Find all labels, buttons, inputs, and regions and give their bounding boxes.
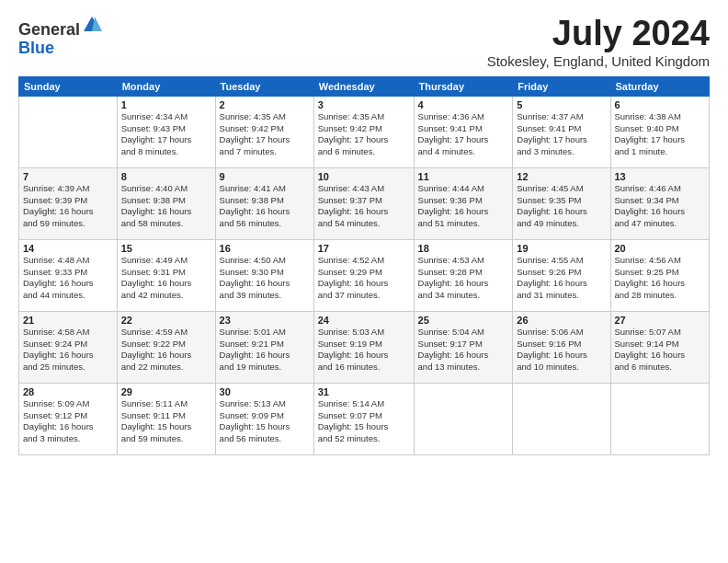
calendar-cell: 2Sunrise: 4:35 AMSunset: 9:42 PMDaylight… bbox=[215, 96, 313, 167]
day-info: Sunrise: 4:52 AMSunset: 9:29 PMDaylight:… bbox=[318, 255, 410, 302]
svg-marker-1 bbox=[92, 17, 102, 31]
col-monday: Monday bbox=[117, 76, 215, 96]
day-info: Sunrise: 5:11 AMSunset: 9:11 PMDaylight:… bbox=[121, 398, 211, 445]
day-info: Sunrise: 4:40 AMSunset: 9:38 PMDaylight:… bbox=[121, 183, 211, 230]
title-block: July 2024 Stokesley, England, United Kin… bbox=[487, 15, 710, 69]
day-info: Sunrise: 4:35 AMSunset: 9:42 PMDaylight:… bbox=[318, 111, 410, 158]
day-number: 19 bbox=[517, 243, 606, 254]
col-wednesday: Wednesday bbox=[313, 76, 414, 96]
calendar-cell bbox=[610, 383, 710, 454]
calendar-cell: 27Sunrise: 5:07 AMSunset: 9:14 PMDayligh… bbox=[610, 311, 710, 383]
calendar-cell bbox=[414, 383, 513, 454]
day-number: 20 bbox=[615, 243, 706, 254]
day-number: 22 bbox=[121, 315, 211, 326]
day-number: 4 bbox=[418, 99, 509, 110]
day-info: Sunrise: 4:53 AMSunset: 9:28 PMDaylight:… bbox=[418, 255, 509, 302]
day-number: 1 bbox=[121, 99, 211, 110]
day-info: Sunrise: 4:37 AMSunset: 9:41 PMDaylight:… bbox=[517, 111, 606, 158]
logo-general: General bbox=[18, 20, 80, 39]
location: Stokesley, England, United Kingdom bbox=[487, 53, 710, 69]
calendar-week-2: 7Sunrise: 4:39 AMSunset: 9:39 PMDaylight… bbox=[19, 167, 710, 239]
calendar-cell: 19Sunrise: 4:55 AMSunset: 9:26 PMDayligh… bbox=[513, 239, 610, 311]
calendar-cell: 23Sunrise: 5:01 AMSunset: 9:21 PMDayligh… bbox=[215, 311, 313, 383]
day-number: 14 bbox=[23, 243, 113, 254]
calendar-cell: 25Sunrise: 5:04 AMSunset: 9:17 PMDayligh… bbox=[414, 311, 513, 383]
day-number: 10 bbox=[318, 171, 410, 182]
calendar-cell: 16Sunrise: 4:50 AMSunset: 9:30 PMDayligh… bbox=[215, 239, 313, 311]
calendar-table: Sunday Monday Tuesday Wednesday Thursday… bbox=[18, 76, 710, 455]
day-info: Sunrise: 4:35 AMSunset: 9:42 PMDaylight:… bbox=[220, 111, 310, 158]
calendar-cell bbox=[19, 96, 118, 167]
calendar-cell: 1Sunrise: 4:34 AMSunset: 9:43 PMDaylight… bbox=[117, 96, 215, 167]
calendar-cell: 15Sunrise: 4:49 AMSunset: 9:31 PMDayligh… bbox=[117, 239, 215, 311]
day-info: Sunrise: 4:45 AMSunset: 9:35 PMDaylight:… bbox=[517, 183, 606, 230]
day-number: 26 bbox=[517, 315, 606, 326]
day-info: Sunrise: 4:46 AMSunset: 9:34 PMDaylight:… bbox=[615, 183, 706, 230]
calendar-cell: 3Sunrise: 4:35 AMSunset: 9:42 PMDaylight… bbox=[313, 96, 414, 167]
col-saturday: Saturday bbox=[610, 76, 710, 96]
day-info: Sunrise: 4:55 AMSunset: 9:26 PMDaylight:… bbox=[517, 255, 606, 302]
col-tuesday: Tuesday bbox=[215, 76, 313, 96]
day-number: 5 bbox=[517, 99, 606, 110]
day-info: Sunrise: 5:06 AMSunset: 9:16 PMDaylight:… bbox=[517, 327, 606, 373]
day-number: 15 bbox=[121, 243, 211, 254]
day-number: 16 bbox=[220, 243, 310, 254]
calendar-week-1: 1Sunrise: 4:34 AMSunset: 9:43 PMDaylight… bbox=[19, 96, 710, 167]
month-title: July 2024 bbox=[487, 15, 710, 53]
header-row: Sunday Monday Tuesday Wednesday Thursday… bbox=[19, 76, 710, 96]
calendar-cell: 20Sunrise: 4:56 AMSunset: 9:25 PMDayligh… bbox=[610, 239, 710, 311]
page-header: General Blue July 2024 Stokesley, Englan… bbox=[18, 15, 710, 69]
logo-blue: Blue bbox=[18, 39, 54, 57]
day-info: Sunrise: 4:48 AMSunset: 9:33 PMDaylight:… bbox=[23, 255, 113, 302]
day-info: Sunrise: 5:03 AMSunset: 9:19 PMDaylight:… bbox=[318, 327, 410, 373]
logo-icon bbox=[82, 15, 102, 35]
day-number: 9 bbox=[220, 171, 310, 182]
calendar-cell bbox=[513, 383, 610, 454]
calendar-cell: 9Sunrise: 4:41 AMSunset: 9:38 PMDaylight… bbox=[215, 167, 313, 239]
calendar-cell: 12Sunrise: 4:45 AMSunset: 9:35 PMDayligh… bbox=[513, 167, 610, 239]
day-info: Sunrise: 4:56 AMSunset: 9:25 PMDaylight:… bbox=[615, 255, 706, 302]
day-number: 23 bbox=[220, 315, 310, 326]
calendar-cell: 11Sunrise: 4:44 AMSunset: 9:36 PMDayligh… bbox=[414, 167, 513, 239]
calendar-cell: 13Sunrise: 4:46 AMSunset: 9:34 PMDayligh… bbox=[610, 167, 710, 239]
day-info: Sunrise: 4:49 AMSunset: 9:31 PMDaylight:… bbox=[121, 255, 211, 302]
calendar-cell: 7Sunrise: 4:39 AMSunset: 9:39 PMDaylight… bbox=[19, 167, 118, 239]
day-number: 18 bbox=[418, 243, 509, 254]
col-sunday: Sunday bbox=[19, 76, 118, 96]
calendar-cell: 5Sunrise: 4:37 AMSunset: 9:41 PMDaylight… bbox=[513, 96, 610, 167]
day-number: 2 bbox=[220, 99, 310, 110]
day-number: 6 bbox=[615, 99, 706, 110]
col-friday: Friday bbox=[513, 76, 610, 96]
day-number: 12 bbox=[517, 171, 606, 182]
day-number: 30 bbox=[220, 386, 310, 397]
day-info: Sunrise: 4:43 AMSunset: 9:37 PMDaylight:… bbox=[318, 183, 410, 230]
calendar-cell: 18Sunrise: 4:53 AMSunset: 9:28 PMDayligh… bbox=[414, 239, 513, 311]
day-number: 28 bbox=[23, 386, 113, 397]
day-number: 13 bbox=[615, 171, 706, 182]
calendar-cell: 31Sunrise: 5:14 AMSunset: 9:07 PMDayligh… bbox=[313, 383, 414, 454]
day-info: Sunrise: 5:09 AMSunset: 9:12 PMDaylight:… bbox=[23, 398, 113, 445]
day-info: Sunrise: 4:34 AMSunset: 9:43 PMDaylight:… bbox=[121, 111, 211, 158]
day-number: 31 bbox=[318, 386, 410, 397]
calendar-cell: 28Sunrise: 5:09 AMSunset: 9:12 PMDayligh… bbox=[19, 383, 118, 454]
day-number: 8 bbox=[121, 171, 211, 182]
day-number: 17 bbox=[318, 243, 410, 254]
day-info: Sunrise: 4:36 AMSunset: 9:41 PMDaylight:… bbox=[418, 111, 509, 158]
calendar-cell: 29Sunrise: 5:11 AMSunset: 9:11 PMDayligh… bbox=[117, 383, 215, 454]
calendar-cell: 30Sunrise: 5:13 AMSunset: 9:09 PMDayligh… bbox=[215, 383, 313, 454]
day-number: 27 bbox=[615, 315, 706, 326]
calendar-cell: 24Sunrise: 5:03 AMSunset: 9:19 PMDayligh… bbox=[313, 311, 414, 383]
col-thursday: Thursday bbox=[414, 76, 513, 96]
day-info: Sunrise: 4:39 AMSunset: 9:39 PMDaylight:… bbox=[23, 183, 113, 230]
day-info: Sunrise: 5:01 AMSunset: 9:21 PMDaylight:… bbox=[220, 327, 310, 373]
day-number: 24 bbox=[318, 315, 410, 326]
calendar-cell: 4Sunrise: 4:36 AMSunset: 9:41 PMDaylight… bbox=[414, 96, 513, 167]
day-info: Sunrise: 4:58 AMSunset: 9:24 PMDaylight:… bbox=[23, 327, 113, 373]
calendar-cell: 22Sunrise: 4:59 AMSunset: 9:22 PMDayligh… bbox=[117, 311, 215, 383]
calendar-cell: 10Sunrise: 4:43 AMSunset: 9:37 PMDayligh… bbox=[313, 167, 414, 239]
day-info: Sunrise: 4:59 AMSunset: 9:22 PMDaylight:… bbox=[121, 327, 211, 373]
calendar-cell: 21Sunrise: 4:58 AMSunset: 9:24 PMDayligh… bbox=[19, 311, 118, 383]
day-info: Sunrise: 5:07 AMSunset: 9:14 PMDaylight:… bbox=[615, 327, 706, 373]
day-number: 25 bbox=[418, 315, 509, 326]
day-info: Sunrise: 4:50 AMSunset: 9:30 PMDaylight:… bbox=[220, 255, 310, 302]
